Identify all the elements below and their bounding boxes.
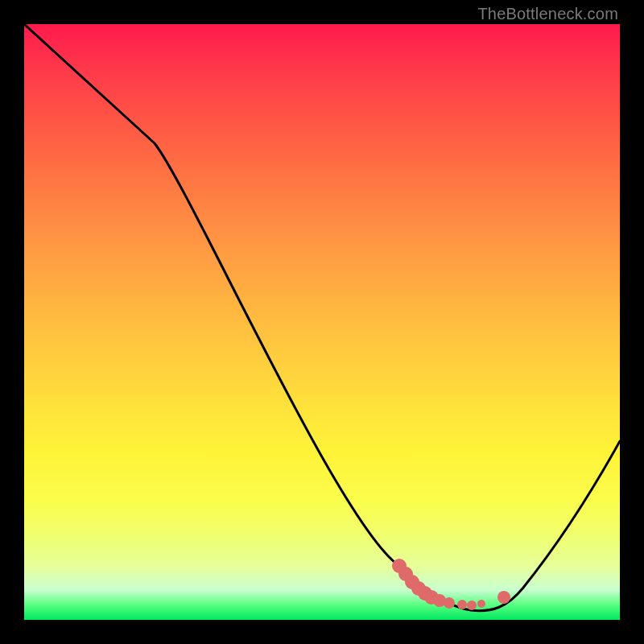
svg-point-7 — [444, 597, 455, 609]
chart-svg — [24, 24, 620, 620]
svg-point-8 — [457, 600, 467, 609]
bottleneck-curve — [24, 24, 620, 611]
svg-point-9 — [467, 601, 477, 610]
chart-frame: TheBottleneck.com — [0, 0, 644, 644]
svg-point-10 — [477, 600, 485, 608]
svg-point-11 — [497, 591, 510, 604]
watermark-text: TheBottleneck.com — [477, 5, 618, 23]
marker-group — [392, 559, 510, 610]
